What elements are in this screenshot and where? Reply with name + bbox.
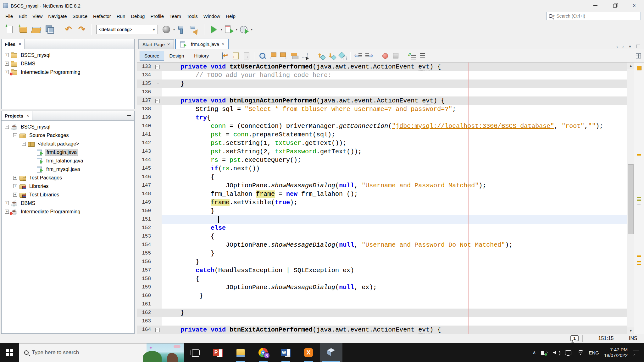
code-line-153[interactable]: 153 { bbox=[137, 232, 627, 241]
split-document-icon[interactable] bbox=[636, 53, 641, 58]
volume-icon[interactable] bbox=[553, 349, 560, 356]
code-line-162[interactable]: 162 } bbox=[137, 309, 627, 317]
files-panel-tab[interactable]: Files × bbox=[2, 39, 25, 49]
shift-left-icon[interactable] bbox=[354, 51, 363, 61]
taskbar-app-netbeans[interactable] bbox=[320, 343, 342, 362]
close-icon[interactable]: × bbox=[19, 41, 21, 47]
forward-icon[interactable] bbox=[242, 51, 251, 61]
notifications-icon[interactable]: 1 bbox=[570, 335, 579, 341]
taskbar-app-word[interactable] bbox=[275, 343, 297, 362]
new-project-icon[interactable] bbox=[18, 24, 28, 35]
fold-toggle-icon[interactable] bbox=[153, 96, 162, 105]
line-number[interactable]: 148 bbox=[137, 190, 153, 198]
connect-device-icon[interactable] bbox=[565, 349, 572, 356]
find-prev-icon[interactable] bbox=[268, 51, 278, 61]
menu-window[interactable]: Window bbox=[201, 12, 223, 20]
line-number[interactable]: 135 bbox=[137, 80, 153, 88]
chevron-down-icon[interactable]: ▾ bbox=[251, 28, 253, 31]
line-number[interactable]: 141 bbox=[137, 130, 153, 139]
code-line-161[interactable]: 161 bbox=[137, 300, 627, 309]
line-number[interactable]: 145 bbox=[137, 164, 153, 173]
menu-debug[interactable]: Debug bbox=[128, 12, 147, 20]
menu-view[interactable]: View bbox=[30, 12, 45, 20]
maximize-editor-icon[interactable] bbox=[636, 45, 640, 48]
uncomment-icon[interactable] bbox=[418, 51, 427, 61]
new-file-icon[interactable] bbox=[4, 24, 15, 35]
view-button-source[interactable]: Source bbox=[140, 51, 164, 61]
projects-item-test-libraries[interactable]: +Test Libraries bbox=[2, 190, 134, 199]
menu-tools[interactable]: Tools bbox=[184, 12, 201, 20]
collapse-icon[interactable]: − bbox=[5, 125, 9, 129]
chevron-down-icon[interactable]: ▾ bbox=[236, 28, 237, 31]
line-number[interactable]: 152 bbox=[137, 224, 153, 232]
line-number[interactable]: 143 bbox=[137, 147, 153, 156]
menu-source[interactable]: Source bbox=[69, 12, 90, 20]
code-line-144[interactable]: 144 rs = pst.executeQuery(); bbox=[137, 156, 627, 164]
line-number[interactable]: 146 bbox=[137, 173, 153, 181]
code-line-157[interactable]: 157 catch(HeadlessException | SQLExcepti… bbox=[137, 266, 627, 275]
code-line-149[interactable]: 149 frame.setVisible(true); bbox=[137, 198, 627, 207]
run-icon[interactable] bbox=[208, 24, 219, 35]
code-line-142[interactable]: 142 pst.setString(1, txtUser.getText()); bbox=[137, 139, 627, 147]
line-number[interactable]: 147 bbox=[137, 181, 153, 190]
code-line-164[interactable]: 164 private void btnExitActionPerformed(… bbox=[137, 326, 627, 334]
battery-icon[interactable] bbox=[541, 349, 548, 356]
taskbar-app-chrome[interactable] bbox=[252, 343, 275, 362]
quick-search-input[interactable] bbox=[557, 14, 641, 19]
line-number[interactable]: 144 bbox=[137, 156, 153, 164]
expand-icon[interactable]: + bbox=[13, 193, 17, 197]
quick-search-box[interactable]: ▾ bbox=[547, 12, 641, 20]
menu-navigate[interactable]: Navigate bbox=[45, 12, 69, 20]
undo-icon[interactable] bbox=[63, 24, 74, 35]
code-line-160[interactable]: 160 } bbox=[137, 292, 627, 300]
files-item-intermediate-programming[interactable]: +!Intermediate Programming bbox=[2, 68, 134, 76]
restore-button[interactable] bbox=[605, 0, 625, 11]
line-number[interactable]: 160 bbox=[137, 292, 153, 300]
code-line-134[interactable]: 134 // TODO add your handling code here: bbox=[137, 71, 627, 80]
rect-select-icon[interactable] bbox=[300, 51, 310, 61]
projects-item-bscs-mysql[interactable]: −BSCS_mysql bbox=[2, 123, 134, 131]
next-bm-icon[interactable] bbox=[327, 51, 336, 61]
fold-toggle-icon[interactable] bbox=[153, 63, 162, 71]
close-tab-icon[interactable]: × bbox=[222, 42, 224, 47]
close-button[interactable]: × bbox=[625, 0, 644, 11]
warning-mark[interactable] bbox=[637, 255, 641, 257]
line-number[interactable]: 157 bbox=[137, 266, 153, 275]
view-button-design[interactable]: Design bbox=[165, 51, 189, 61]
profile-icon[interactable] bbox=[239, 24, 249, 35]
action-center-icon[interactable] bbox=[633, 349, 640, 356]
close-icon[interactable]: × bbox=[26, 113, 29, 118]
projects-item-frmlogin-java[interactable]: frmLogin.java bbox=[2, 148, 134, 156]
code-line-138[interactable]: 138 String sql = "Select * from tbluser … bbox=[137, 105, 627, 113]
projects-item-frm-lalahon-java[interactable]: frm_lalahon.java bbox=[2, 156, 134, 165]
error-stripe[interactable] bbox=[634, 63, 644, 334]
start-button[interactable] bbox=[0, 343, 19, 362]
code-line-148[interactable]: 148 frm_lalahon frame = new frm_lalahon … bbox=[137, 190, 627, 198]
line-number[interactable]: 140 bbox=[137, 122, 153, 130]
minimize-panel-icon[interactable] bbox=[127, 44, 131, 44]
code-line-150[interactable]: 150 } bbox=[137, 207, 627, 215]
vertical-scrollbar[interactable]: ▲ ▼ bbox=[627, 63, 634, 334]
projects-item-dbms[interactable]: +DBMS bbox=[2, 199, 134, 207]
warnings-status-icon[interactable] bbox=[637, 66, 641, 70]
redo-icon[interactable] bbox=[76, 24, 87, 35]
expand-icon[interactable]: + bbox=[5, 53, 9, 57]
code-line-163[interactable]: 163 bbox=[137, 317, 627, 326]
scroll-tabs-left-icon[interactable]: ‹ bbox=[616, 44, 618, 49]
code-line-135[interactable]: 135 } bbox=[137, 80, 627, 88]
record-icon[interactable] bbox=[380, 51, 390, 61]
line-number[interactable]: 159 bbox=[137, 283, 153, 292]
expand-icon[interactable]: + bbox=[5, 210, 9, 214]
line-number[interactable]: 139 bbox=[137, 113, 153, 122]
build-icon[interactable] bbox=[176, 24, 187, 35]
line-number[interactable]: 163 bbox=[137, 317, 153, 326]
code-line-152[interactable]: 152 else bbox=[137, 224, 627, 232]
open-project-icon[interactable] bbox=[31, 24, 42, 35]
code-line-137[interactable]: 137 private void btnLoginActionPerformed… bbox=[137, 96, 627, 105]
warning-mark[interactable] bbox=[637, 264, 641, 265]
collapse-icon[interactable]: − bbox=[22, 142, 26, 146]
taskbar-app-powerpoint[interactable] bbox=[207, 343, 229, 362]
find-next-icon[interactable] bbox=[279, 51, 288, 61]
code-line-154[interactable]: 154 JOptionPane.showMessageDialog(null, … bbox=[137, 241, 627, 249]
tab-start-page[interactable]: Start Page× bbox=[138, 39, 174, 49]
